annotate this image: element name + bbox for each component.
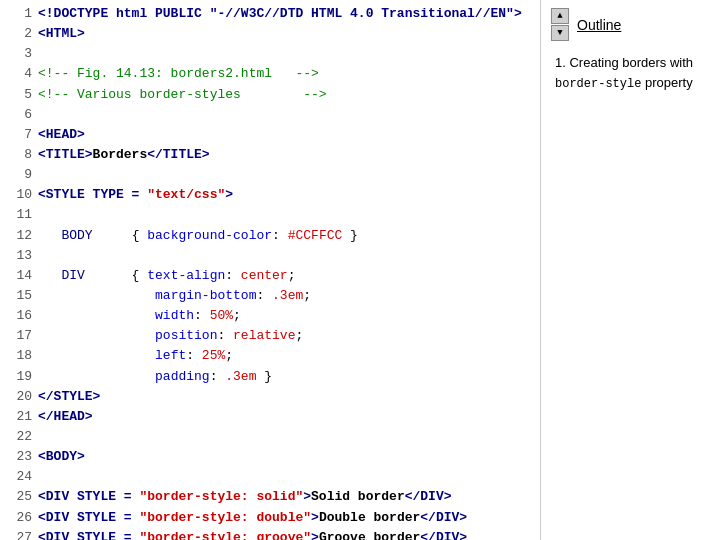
code-line: 25<DIV STYLE = "border-style: solid">Sol… <box>0 487 540 507</box>
line-content: <DIV STYLE = "border-style: double">Doub… <box>38 508 467 528</box>
code-line: 23<BODY> <box>0 447 540 467</box>
line-number: 23 <box>4 447 32 467</box>
line-number: 10 <box>4 185 32 205</box>
code-line: 21</HEAD> <box>0 407 540 427</box>
outline-header: ▲ ▼ Outline <box>551 8 710 41</box>
line-number: 8 <box>4 145 32 165</box>
code-line: 8<TITLE>Borders</TITLE> <box>0 145 540 165</box>
code-line: 15 margin-bottom: .3em; <box>0 286 540 306</box>
line-number: 13 <box>4 246 32 266</box>
code-line: 10<STYLE TYPE = "text/css"> <box>0 185 540 205</box>
line-content: </STYLE> <box>38 387 100 407</box>
line-number: 19 <box>4 367 32 387</box>
code-line: 22 <box>0 427 540 447</box>
code-panel[interactable]: 1<!DOCTYPE html PUBLIC "-//W3C//DTD HTML… <box>0 0 540 540</box>
line-number: 26 <box>4 508 32 528</box>
code-line: 26<DIV STYLE = "border-style: double">Do… <box>0 508 540 528</box>
line-content: <TITLE>Borders</TITLE> <box>38 145 210 165</box>
line-number: 17 <box>4 326 32 346</box>
code-line: 14 DIV { text-align: center; <box>0 266 540 286</box>
line-number: 4 <box>4 64 32 84</box>
line-content: <BODY> <box>38 447 85 467</box>
line-number: 7 <box>4 125 32 145</box>
line-content: <HEAD> <box>38 125 85 145</box>
code-line: 4<!-- Fig. 14.13: borders2.html --> <box>0 64 540 84</box>
code-line: 7<HEAD> <box>0 125 540 145</box>
code-line: 3 <box>0 44 540 64</box>
line-number: 3 <box>4 44 32 64</box>
code-line: 2<HTML> <box>0 24 540 44</box>
code-line: 27<DIV STYLE = "border-style: groove">Gr… <box>0 528 540 540</box>
code-line: 20</STYLE> <box>0 387 540 407</box>
line-content: BODY { background-color: #CCFFCC } <box>38 226 358 246</box>
line-content: width: 50%; <box>38 306 241 326</box>
line-content: left: 25%; <box>38 346 233 366</box>
code-line: 11 <box>0 205 540 225</box>
line-number: 25 <box>4 487 32 507</box>
code-line: 9 <box>0 165 540 185</box>
line-number: 14 <box>4 266 32 286</box>
line-number: 11 <box>4 205 32 225</box>
outline-up-button[interactable]: ▲ <box>551 8 569 24</box>
outline-item-code: border-style <box>555 77 641 91</box>
line-content: margin-bottom: .3em; <box>38 286 311 306</box>
line-content: <!-- Various border-styles --> <box>38 85 327 105</box>
code-line: 19 padding: .3em } <box>0 367 540 387</box>
line-content: <DIV STYLE = "border-style: solid">Solid… <box>38 487 452 507</box>
line-content: <!-- Fig. 14.13: borders2.html --> <box>38 64 319 84</box>
outline-down-button[interactable]: ▼ <box>551 25 569 41</box>
line-content: <HTML> <box>38 24 85 44</box>
line-number: 22 <box>4 427 32 447</box>
line-content: position: relative; <box>38 326 303 346</box>
line-content: <DIV STYLE = "border-style: groove">Groo… <box>38 528 467 540</box>
line-number: 21 <box>4 407 32 427</box>
code-line: 24 <box>0 467 540 487</box>
line-number: 20 <box>4 387 32 407</box>
code-line: 18 left: 25%; <box>0 346 540 366</box>
code-line: 12 BODY { background-color: #CCFFCC } <box>0 226 540 246</box>
code-line: 5<!-- Various border-styles --> <box>0 85 540 105</box>
line-number: 5 <box>4 85 32 105</box>
outline-title: Outline <box>577 17 621 33</box>
outline-item-text2: property <box>641 75 692 90</box>
line-number: 18 <box>4 346 32 366</box>
line-content: </HEAD> <box>38 407 93 427</box>
line-content: <!DOCTYPE html PUBLIC "-//W3C//DTD HTML … <box>38 4 522 24</box>
line-content: padding: .3em } <box>38 367 272 387</box>
code-line: 13 <box>0 246 540 266</box>
code-line: 1<!DOCTYPE html PUBLIC "-//W3C//DTD HTML… <box>0 4 540 24</box>
sidebar: ▲ ▼ Outline 1. Creating borders with bor… <box>540 0 720 540</box>
line-content: DIV { text-align: center; <box>38 266 295 286</box>
outline-arrows: ▲ ▼ <box>551 8 569 41</box>
line-number: 15 <box>4 286 32 306</box>
code-line: 17 position: relative; <box>0 326 540 346</box>
line-number: 16 <box>4 306 32 326</box>
line-number: 27 <box>4 528 32 540</box>
line-number: 1 <box>4 4 32 24</box>
code-line: 16 width: 50%; <box>0 306 540 326</box>
line-number: 12 <box>4 226 32 246</box>
line-number: 24 <box>4 467 32 487</box>
line-number: 2 <box>4 24 32 44</box>
line-number: 9 <box>4 165 32 185</box>
code-line: 6 <box>0 105 540 125</box>
outline-item: 1. Creating borders with border-style pr… <box>555 53 710 93</box>
line-number: 6 <box>4 105 32 125</box>
outline-item-num: 1. <box>555 55 566 70</box>
outline-item-text1: Creating borders with <box>569 55 693 70</box>
line-content: <STYLE TYPE = "text/css"> <box>38 185 233 205</box>
